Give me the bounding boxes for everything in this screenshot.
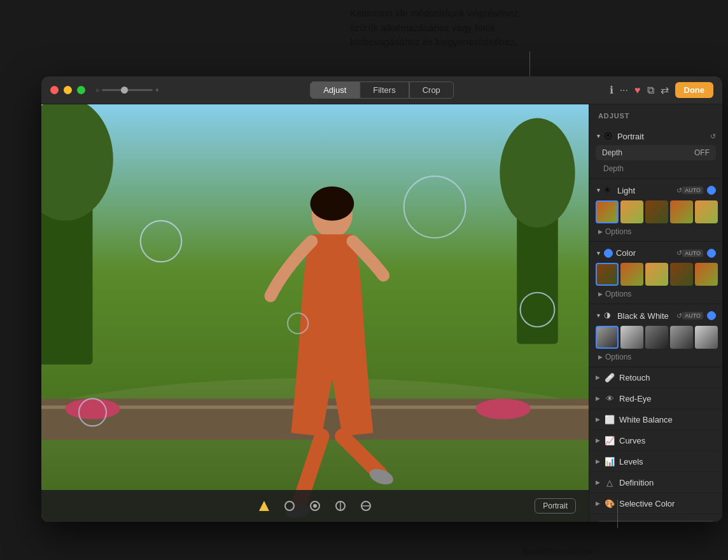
light-options-row[interactable]: ▶ Options — [589, 226, 722, 237]
light-thumb-4[interactable] — [670, 200, 693, 223]
bw-options-label: Options — [605, 353, 631, 361]
color-section-header[interactable]: ▼ Color ↺ AUTO — [589, 246, 722, 260]
bottom-annotation-line — [617, 500, 618, 528]
svg-point-20 — [285, 501, 294, 510]
light-options-label: Options — [605, 227, 631, 236]
whitebalance-label: White Balance — [619, 415, 673, 424]
light-section-header[interactable]: ▼ ✳ Light ↺ AUTO — [589, 183, 722, 198]
selectivecolor-label: Selective Color — [619, 499, 675, 508]
portrait-icon: ⦿ — [604, 131, 614, 141]
color-reset-icon[interactable]: ↺ — [676, 249, 682, 257]
light-thumb-2[interactable] — [620, 200, 643, 223]
bw-reset-icon[interactable]: ↺ — [676, 312, 682, 320]
color-options-label: Options — [605, 290, 631, 298]
color-thumb-5[interactable] — [695, 263, 718, 286]
definition-item[interactable]: ▶ △ Definition — [589, 472, 722, 493]
color-icon — [604, 249, 613, 258]
photo-area: Portrait — [41, 104, 589, 522]
curves-icon: 📈 — [604, 435, 615, 446]
light-auto-badge: AUTO — [682, 186, 703, 194]
curves-item[interactable]: ▶ 📈 Curves — [589, 430, 722, 451]
whitebalance-item[interactable]: ▶ ⬜ White Balance — [589, 409, 722, 430]
mode-icon-3[interactable] — [333, 498, 348, 514]
color-thumb-1[interactable] — [596, 263, 619, 286]
svg-marker-19 — [259, 501, 269, 511]
info-icon[interactable]: ℹ — [610, 84, 613, 96]
levels-chevron-icon: ▶ — [596, 458, 600, 465]
tooltip-text: Kattintson ide módosítások végzéséhez, s… — [350, 6, 709, 50]
light-reset-icon[interactable]: ↺ — [676, 186, 682, 195]
light-title: Light — [617, 186, 676, 195]
color-auto-badge: AUTO — [682, 249, 703, 257]
close-button[interactable] — [50, 86, 59, 94]
portrait-title: Portrait — [617, 132, 710, 141]
main-window: ○ + Adjust Filters Crop ℹ ··· ♥ ⧉ ⇄ Done — [41, 76, 722, 522]
bw-thumb-3[interactable] — [645, 326, 668, 349]
bw-thumb-4[interactable] — [670, 326, 693, 349]
whitebalance-icon: ⬜ — [604, 414, 615, 425]
portrait-chevron-icon: ▼ — [596, 133, 601, 139]
titlebar-right: ℹ ··· ♥ ⧉ ⇄ Done — [610, 82, 713, 98]
portrait-reset-icon[interactable]: ↺ — [710, 132, 716, 141]
mode-icon-4[interactable] — [358, 498, 374, 514]
bw-chevron-icon: ▼ — [596, 312, 601, 319]
definition-label: Definition — [619, 478, 654, 487]
color-options-row[interactable]: ▶ Options — [589, 288, 722, 300]
heart-icon[interactable]: ♥ — [634, 85, 641, 96]
mode-icon-2[interactable] — [307, 498, 323, 514]
content-area: Portrait ADJUST ▼ ⦿ Portrait ↺ Depth OFF… — [41, 104, 722, 522]
tab-filters[interactable]: Filters — [360, 81, 409, 99]
levels-item[interactable]: ▶ 📊 Levels — [589, 451, 722, 472]
photo-svg — [41, 104, 589, 522]
brightness-slider[interactable] — [102, 89, 153, 91]
bw-thumb-5[interactable] — [695, 326, 718, 349]
tab-group: Adjust Filters Crop — [310, 81, 454, 99]
more-icon[interactable]: ··· — [620, 85, 628, 96]
selectivecolor-chevron-icon: ▶ — [596, 500, 600, 507]
svg-point-9 — [476, 398, 531, 419]
photo-image — [41, 104, 589, 522]
tab-adjust[interactable]: Adjust — [310, 81, 360, 99]
svg-point-11 — [310, 186, 354, 221]
curves-label: Curves — [619, 436, 645, 445]
brightness-thumb — [121, 87, 128, 94]
right-panel: ADJUST ▼ ⦿ Portrait ↺ Depth OFF Depth ▼ — [589, 104, 722, 522]
light-thumb-5[interactable] — [695, 200, 718, 223]
color-options-chevron-icon: ▶ — [598, 291, 603, 297]
light-thumb-3[interactable] — [645, 200, 668, 223]
rotate-icon[interactable]: ⇄ — [661, 84, 669, 96]
reset-adjustments-button[interactable]: Reset Adjustments — [597, 521, 715, 522]
maximize-button[interactable] — [77, 86, 85, 94]
portrait-section-header[interactable]: ▼ ⦿ Portrait ↺ — [589, 129, 722, 144]
bw-section-header[interactable]: ▼ ◑ Black & White ↺ AUTO — [589, 308, 722, 323]
tab-crop[interactable]: Crop — [409, 81, 454, 99]
bw-options-row[interactable]: ▶ Options — [589, 351, 722, 363]
light-thumbnails — [589, 198, 722, 226]
color-thumb-3[interactable] — [645, 263, 668, 286]
mode-icon-1[interactable] — [282, 498, 297, 514]
color-thumb-2[interactable] — [620, 263, 643, 286]
depth-value: OFF — [694, 148, 710, 157]
tooltip-arrow — [529, 52, 530, 80]
bw-icon: ◑ — [604, 311, 614, 321]
portrait-light-sub: Depth — [589, 163, 722, 174]
bw-thumb-1[interactable] — [596, 326, 619, 349]
light-icon: ✳ — [604, 185, 614, 195]
retouch-chevron-icon: ▶ — [596, 374, 600, 381]
svg-point-5 — [500, 118, 575, 228]
portrait-mode-icon[interactable] — [256, 498, 272, 514]
retouch-item[interactable]: ▶ 🩹 Retouch — [589, 367, 722, 388]
bottom-toolbar: Portrait — [41, 490, 589, 522]
color-thumb-4[interactable] — [670, 263, 693, 286]
minimize-button[interactable] — [64, 86, 72, 94]
bw-options-chevron-icon: ▶ — [598, 354, 603, 360]
share-icon[interactable]: ⧉ — [647, 85, 654, 96]
selectivecolor-item[interactable]: ▶ 🎨 Selective Color — [589, 493, 722, 514]
bw-thumb-2[interactable] — [620, 326, 643, 349]
portrait-button[interactable]: Portrait — [535, 498, 576, 514]
redeye-item[interactable]: ▶ 👁 Red-Eye — [589, 388, 722, 409]
light-thumb-1[interactable] — [596, 200, 619, 223]
traffic-lights — [50, 86, 85, 94]
done-button[interactable]: Done — [675, 82, 714, 98]
bw-circle-icon — [707, 311, 716, 320]
